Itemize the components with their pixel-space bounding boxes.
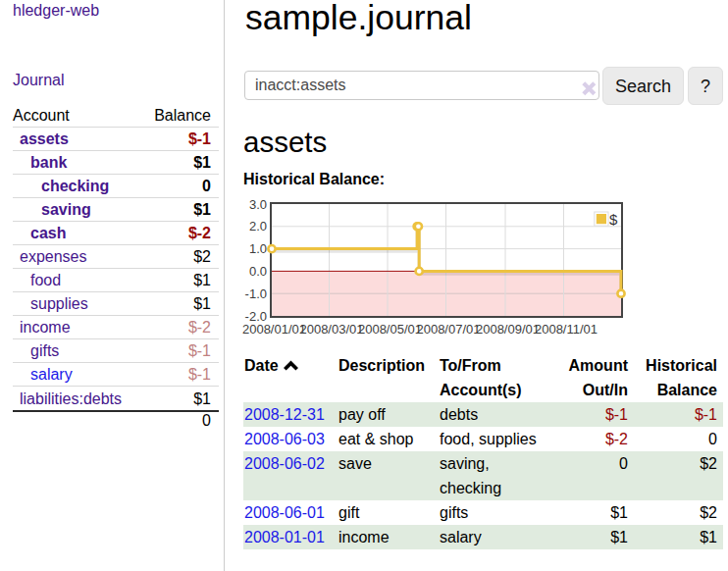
svg-text:2008/11/01: 2008/11/01 [535,322,598,337]
svg-text:1.0: 1.0 [249,241,267,256]
svg-text:0.0: 0.0 [249,264,267,279]
svg-text:-1.0: -1.0 [245,286,267,301]
svg-text:2008/03/01: 2008/03/01 [299,322,363,337]
svg-text:$: $ [609,211,618,228]
svg-text:2008/09/01: 2008/09/01 [476,322,540,337]
svg-text:2008/07/01: 2008/07/01 [416,322,480,337]
svg-text:2008/01/01: 2008/01/01 [242,322,306,337]
svg-text:2.0: 2.0 [249,219,267,234]
svg-text:3.0: 3.0 [249,197,267,212]
svg-text:2008/05/01: 2008/05/01 [358,322,422,337]
